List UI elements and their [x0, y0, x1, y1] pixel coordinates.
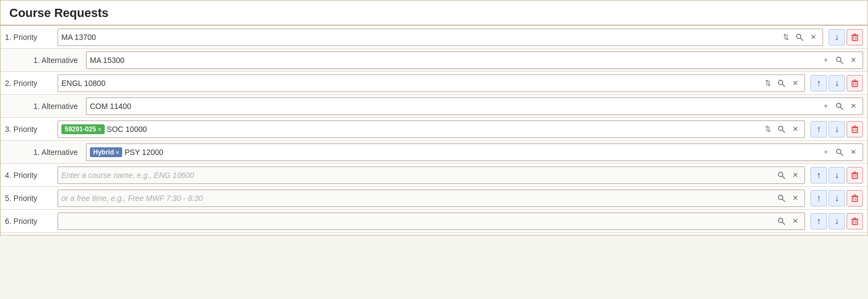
move-up-button[interactable]: ↑	[810, 213, 827, 229]
priority-2-label: 2. Priority	[5, 79, 54, 88]
svg-line-42	[783, 222, 785, 224]
priority-3-nav-group: ↑↓	[810, 121, 863, 137]
priority-3-tag: 59291-025 ×	[61, 124, 105, 134]
search-icon[interactable]	[793, 31, 806, 43]
svg-rect-29	[852, 174, 858, 179]
move-down-button[interactable]: ↓	[829, 75, 845, 91]
plus-icon[interactable]: +	[820, 100, 832, 112]
priority-4-nav-group: ↑↓	[810, 167, 863, 183]
priority-1-alt-1-value: MA 15300	[90, 56, 818, 65]
search-icon[interactable]	[775, 77, 787, 89]
priority-6-label: 6. Priority	[5, 217, 54, 226]
priority-1-label: 1. Priority	[5, 33, 54, 42]
priority-6-input-actions: ✕	[775, 215, 801, 227]
priority-2-row: 2. PriorityENGL 10800⇅✕↑↓	[1, 72, 867, 95]
search-icon[interactable]	[775, 192, 787, 204]
tag-close-icon[interactable]: ×	[98, 126, 101, 133]
delete-button[interactable]	[847, 121, 863, 137]
move-down-button[interactable]: ↓	[829, 29, 845, 45]
sort-icon[interactable]: ⇅	[762, 77, 774, 89]
priority-1-alt-1-input-wrapper: MA 15300+✕	[86, 51, 863, 69]
move-up-button[interactable]: ↑	[810, 167, 827, 183]
svg-rect-43	[852, 220, 858, 225]
svg-line-1	[801, 38, 803, 40]
plus-icon[interactable]: +	[820, 54, 832, 66]
priority-1-alt-1-row: 1. AlternativeMA 15300+✕	[1, 49, 867, 72]
priority-3-row: 3. Priority59291-025 ×SOC 10000⇅✕↑↓	[1, 118, 867, 141]
svg-line-8	[841, 61, 843, 63]
close-icon[interactable]: ✕	[789, 169, 801, 181]
priority-2-nav-group: ↑↓	[810, 75, 863, 91]
priority-3-alt-1-input-wrapper: Hybrid ×PSY 12000+✕	[86, 143, 863, 161]
svg-rect-20	[852, 128, 858, 133]
priority-1-nav-group: ↓	[829, 29, 863, 45]
priority-3-alt-1-tag: Hybrid ×	[90, 147, 122, 157]
priority-2-input-actions: ⇅✕	[762, 77, 801, 89]
move-down-button[interactable]: ↓	[829, 213, 845, 229]
search-icon[interactable]	[833, 54, 846, 66]
svg-line-10	[783, 84, 785, 86]
close-icon[interactable]: ✕	[789, 123, 801, 135]
sort-icon[interactable]: ⇅	[780, 31, 792, 43]
priority-5-label: 5. Priority	[5, 194, 54, 203]
priority-3-alt-1-value: PSY 12000	[124, 148, 818, 157]
svg-line-17	[841, 107, 843, 109]
priority-4-input-wrapper: Enter a course name, e.g., ENG 10600✕	[58, 166, 805, 184]
priority-2-alt-1-input-actions: +✕	[820, 100, 859, 112]
close-icon[interactable]: ✕	[807, 31, 819, 43]
move-up-button[interactable]: ↑	[810, 121, 827, 137]
move-down-button[interactable]: ↓	[829, 190, 845, 206]
priority-1-input-actions: ⇅✕	[780, 31, 819, 43]
rows-container: 1. PriorityMA 13700⇅✕↓1. AlternativeMA 1…	[1, 26, 867, 233]
delete-button[interactable]	[847, 213, 863, 229]
close-icon[interactable]: ✕	[847, 100, 859, 112]
priority-6-input-wrapper: ✕	[58, 212, 805, 230]
priority-4-input-actions: ✕	[775, 169, 801, 181]
delete-button[interactable]	[847, 29, 863, 45]
search-icon[interactable]	[833, 100, 846, 112]
move-down-button[interactable]: ↓	[829, 167, 845, 183]
plus-icon[interactable]: +	[820, 146, 832, 158]
priority-4-label: 4. Priority	[5, 171, 54, 180]
priority-6-row: 6. Priority✕↑↓	[1, 210, 867, 233]
sort-icon[interactable]: ⇅	[762, 123, 774, 135]
tag-close-icon[interactable]: ×	[116, 149, 119, 156]
priority-5-input-actions: ✕	[775, 192, 801, 204]
search-icon[interactable]	[775, 123, 787, 135]
priority-4-placeholder: Enter a course name, e.g., ENG 10600	[61, 171, 773, 180]
priority-3-input-wrapper: 59291-025 ×SOC 10000⇅✕	[58, 120, 805, 138]
priority-2-alt-1-row: 1. AlternativeCOM 11400+✕	[1, 95, 867, 118]
svg-rect-11	[852, 82, 858, 87]
close-icon[interactable]: ✕	[847, 54, 859, 66]
close-icon[interactable]: ✕	[789, 215, 801, 227]
move-up-button[interactable]: ↑	[810, 190, 827, 206]
priority-5-row: 5. Priorityor a free time, e.g., Free MW…	[1, 187, 867, 210]
page-container: Course Requests 1. PriorityMA 13700⇅✕↓1.…	[0, 0, 868, 235]
svg-line-19	[783, 130, 785, 132]
delete-button[interactable]	[847, 167, 863, 183]
priority-1-row: 1. PriorityMA 13700⇅✕↓	[1, 26, 867, 49]
priority-5-placeholder: or a free time, e.g., Free MWF 7:30 - 8:…	[61, 194, 773, 203]
priority-2-value: ENGL 10800	[61, 79, 760, 88]
close-icon[interactable]: ✕	[847, 146, 859, 158]
close-icon[interactable]: ✕	[789, 77, 801, 89]
priority-1-input-wrapper: MA 13700⇅✕	[58, 28, 823, 46]
search-icon[interactable]	[775, 169, 787, 181]
priority-1-value: MA 13700	[61, 33, 778, 42]
delete-button[interactable]	[847, 75, 863, 91]
priority-1-alt-1-label: 1. Alternative	[33, 56, 83, 65]
priority-3-label: 3. Priority	[5, 125, 54, 134]
priority-2-alt-1-input-wrapper: COM 11400+✕	[86, 97, 863, 115]
search-icon[interactable]	[833, 146, 846, 158]
priority-5-input-wrapper: or a free time, e.g., Free MWF 7:30 - 8:…	[58, 189, 805, 207]
priority-2-alt-1-value: COM 11400	[90, 102, 818, 111]
close-icon[interactable]: ✕	[789, 192, 801, 204]
delete-button[interactable]	[847, 190, 863, 206]
priority-6-nav-group: ↑↓	[810, 213, 863, 229]
priority-2-alt-1-label: 1. Alternative	[33, 102, 83, 111]
move-down-button[interactable]: ↓	[829, 121, 845, 137]
move-up-button[interactable]: ↑	[810, 75, 827, 91]
search-icon[interactable]	[775, 215, 787, 227]
priority-3-value: SOC 10000	[107, 125, 760, 134]
priority-3-alt-1-row: 1. AlternativeHybrid ×PSY 12000+✕	[1, 141, 867, 164]
